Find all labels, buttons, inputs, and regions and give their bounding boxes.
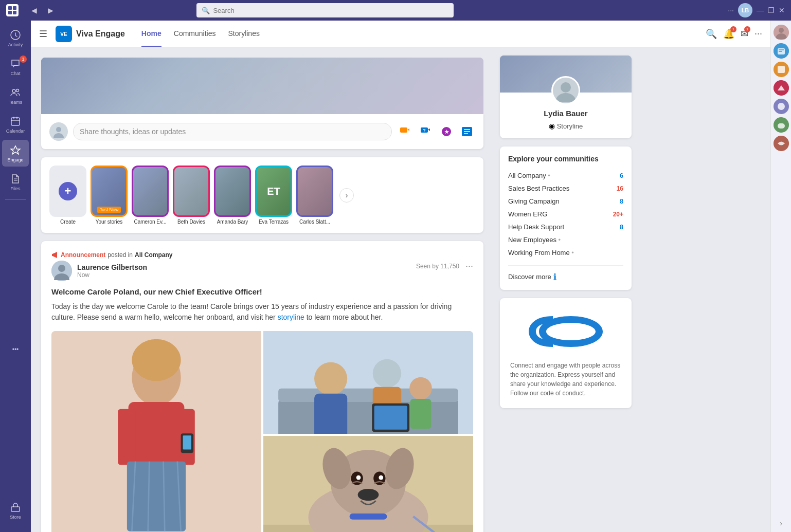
global-search-bar[interactable]: 🔍 bbox=[196, 3, 454, 17]
story-item-carlos[interactable]: Carlos Slatt... bbox=[296, 166, 333, 225]
storyline-icon: ◉ bbox=[549, 122, 555, 130]
right-panel: Lydia Bauer ◉ Storyline Explore your com… bbox=[494, 47, 638, 532]
story-item-your-stories[interactable]: Just Now Your stories bbox=[91, 166, 128, 225]
sidebar-item-store[interactable]: Store bbox=[2, 497, 29, 524]
list-action-btn[interactable] bbox=[459, 123, 475, 140]
storyline-link[interactable]: storyline bbox=[278, 313, 304, 321]
sidebar-item-calendar[interactable]: Calendar bbox=[2, 111, 29, 138]
svg-point-47 bbox=[373, 359, 401, 388]
svg-rect-0 bbox=[8, 6, 12, 10]
author-info: Laurence Gilbertson Now bbox=[77, 263, 147, 279]
svg-point-67 bbox=[561, 82, 571, 93]
sidebar-item-teams[interactable]: Teams bbox=[2, 82, 29, 109]
discover-more-label: Discover more bbox=[508, 273, 551, 281]
community-name-sales: Sales Best Practices bbox=[508, 185, 569, 192]
svg-rect-43 bbox=[278, 397, 458, 434]
nav-buttons: ◀ ▶ bbox=[27, 3, 58, 17]
notification-bell-icon[interactable]: 🔔 1 bbox=[723, 28, 734, 40]
chat-badge: 1 bbox=[20, 56, 27, 63]
restore-button[interactable]: ❐ bbox=[768, 6, 775, 14]
sidebar-item-more[interactable]: ••• bbox=[2, 339, 29, 360]
tab-communities[interactable]: Communities bbox=[174, 21, 216, 47]
svg-rect-26 bbox=[52, 254, 53, 256]
profile-storyline-link[interactable]: ◉ Storyline bbox=[508, 122, 623, 130]
more-options-header-icon[interactable]: ··· bbox=[754, 28, 762, 39]
right-sidebar-avatar-1[interactable] bbox=[774, 25, 789, 40]
search-input[interactable] bbox=[213, 7, 448, 14]
post-more-icon[interactable]: ··· bbox=[465, 261, 473, 271]
profile-avatar-wrap bbox=[551, 76, 580, 105]
community-name-helpdesk: Help Desk Support bbox=[508, 223, 564, 231]
story-label-beth: Beth Davies bbox=[177, 219, 205, 225]
question-action-btn[interactable]: ? bbox=[418, 123, 434, 140]
svg-point-39 bbox=[132, 339, 181, 381]
badge-action-btn[interactable]: ★ bbox=[438, 123, 455, 140]
svg-text:VE: VE bbox=[60, 31, 67, 37]
forward-button[interactable]: ▶ bbox=[43, 3, 58, 17]
discover-more[interactable]: Discover more ℹ bbox=[508, 265, 623, 282]
teams-label: Teams bbox=[9, 100, 23, 105]
svg-rect-2 bbox=[8, 11, 12, 14]
community-item-women-erg[interactable]: Women ERG 20+ bbox=[508, 208, 623, 221]
composer-input[interactable]: Share thoughts, ideas or updates bbox=[73, 123, 392, 140]
posted-in-label: posted in bbox=[107, 251, 133, 259]
community-item-all-company[interactable]: All Company • 6 bbox=[508, 169, 623, 182]
app-layout: Activity Chat 1 Teams bbox=[0, 21, 791, 532]
composer-card: Share thoughts, ideas or updates bbox=[41, 114, 483, 149]
right-sidebar-avatar-6[interactable] bbox=[774, 117, 789, 133]
sidebar-item-engage[interactable]: Engage bbox=[2, 140, 29, 167]
co-description: Connect and engage with people across th… bbox=[510, 361, 621, 398]
logo-text: Viva Engage bbox=[76, 29, 125, 39]
tab-home[interactable]: Home bbox=[141, 21, 161, 47]
profile-banner bbox=[500, 56, 632, 93]
create-label: Create bbox=[60, 219, 76, 225]
community-item-new-employees[interactable]: New Employees • bbox=[508, 233, 623, 246]
story-item-beth[interactable]: Beth Davies bbox=[173, 166, 210, 225]
community-count-all-company: 6 bbox=[620, 172, 623, 179]
community-item-wfh[interactable]: Working From Home • bbox=[508, 246, 623, 259]
community-name-all-company: All Company • bbox=[508, 172, 550, 179]
sidebar-right-expand-icon[interactable]: › bbox=[780, 519, 782, 527]
announcement-icon bbox=[51, 251, 59, 259]
message-action-btn[interactable] bbox=[397, 123, 414, 140]
message-icon[interactable]: ✉ 1 bbox=[741, 28, 748, 40]
store-label: Store bbox=[10, 515, 21, 520]
community-item-sales[interactable]: Sales Best Practices 16 bbox=[508, 182, 623, 195]
minimize-button[interactable]: — bbox=[757, 6, 764, 14]
more-icon: ••• bbox=[9, 343, 22, 356]
community-item-giving[interactable]: Giving Campaign 8 bbox=[508, 195, 623, 208]
right-sidebar-avatar-2[interactable] bbox=[774, 43, 789, 59]
sidebar-item-chat[interactable]: Chat 1 bbox=[2, 53, 29, 80]
post-card: Announcement posted in All Company bbox=[41, 241, 483, 532]
post-title: Welcome Carole Poland, our new Chief Exe… bbox=[51, 287, 473, 296]
create-story-item[interactable]: + Create bbox=[49, 166, 86, 225]
right-sidebar-avatar-7[interactable] bbox=[774, 136, 789, 151]
hamburger-menu[interactable]: ☰ bbox=[39, 28, 47, 40]
composer-actions: ? ★ bbox=[397, 123, 475, 140]
more-options-icon[interactable]: ··· bbox=[728, 6, 734, 14]
back-button[interactable]: ◀ bbox=[27, 3, 41, 17]
search-icon[interactable]: 🔍 bbox=[706, 28, 717, 40]
engage-label: Engage bbox=[7, 157, 23, 162]
close-button[interactable]: ✕ bbox=[779, 6, 785, 14]
sidebar-item-files[interactable]: Files bbox=[2, 169, 29, 195]
story-item-eva[interactable]: ET Eva Terrazas bbox=[255, 166, 292, 225]
story-item-cameron[interactable]: Cameron Ev... bbox=[132, 166, 169, 225]
user-avatar[interactable]: LB bbox=[738, 3, 752, 17]
right-sidebar-avatar-5[interactable] bbox=[774, 99, 789, 114]
right-sidebar-avatar-4[interactable] bbox=[774, 80, 789, 96]
community-item-helpdesk[interactable]: Help Desk Support 8 bbox=[508, 221, 623, 233]
title-bar: ◀ ▶ 🔍 ··· LB — ❐ ✕ bbox=[0, 0, 791, 21]
svg-rect-17 bbox=[400, 127, 407, 133]
community-count-giving: 8 bbox=[620, 198, 623, 205]
tab-storylines[interactable]: Storylines bbox=[228, 21, 259, 47]
engage-icon bbox=[9, 144, 22, 156]
stories-next-button[interactable]: › bbox=[339, 188, 354, 203]
stories-row: + Create Just Now You bbox=[41, 157, 483, 233]
sidebar-item-activity[interactable]: Activity bbox=[2, 25, 29, 51]
window-controls: ··· LB — ❐ ✕ bbox=[728, 3, 785, 17]
right-sidebar-avatar-3[interactable] bbox=[774, 62, 789, 77]
profile-name: Lydia Bauer bbox=[508, 109, 623, 118]
sidebar-left: Activity Chat 1 Teams bbox=[0, 21, 31, 532]
story-item-amanda[interactable]: Amanda Bary bbox=[214, 166, 251, 225]
